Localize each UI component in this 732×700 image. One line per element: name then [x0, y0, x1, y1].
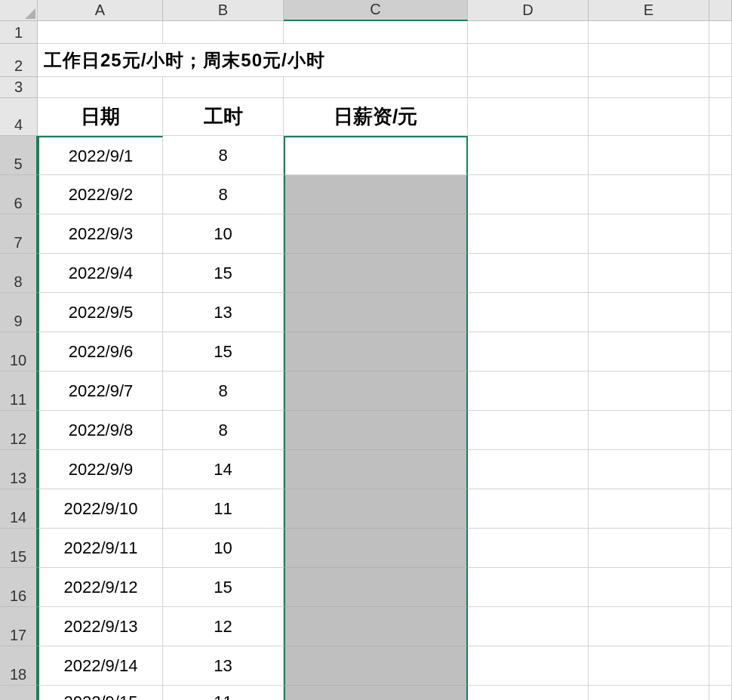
row-header-15[interactable]: 15	[0, 529, 38, 568]
cell-E3[interactable]	[589, 77, 709, 98]
row-header-18[interactable]: 18	[0, 646, 38, 686]
cell-C14[interactable]	[284, 489, 468, 529]
cell-D3[interactable]	[468, 77, 589, 98]
col-header-A[interactable]: A	[38, 0, 163, 21]
row-header-2[interactable]: 2	[0, 44, 38, 77]
row-header-10[interactable]: 10	[0, 332, 38, 372]
cell-D8[interactable]	[468, 254, 589, 293]
cell-B18[interactable]: 13	[163, 646, 284, 686]
cell-E7[interactable]	[589, 214, 709, 254]
cell-B8[interactable]: 15	[163, 254, 284, 293]
cell-D4[interactable]	[468, 98, 589, 136]
cell-A10[interactable]: 2022/9/6	[38, 332, 163, 372]
cell-D1[interactable]	[468, 21, 589, 44]
cell-E12[interactable]	[589, 411, 709, 450]
cell-D19[interactable]	[468, 686, 589, 700]
cell-A6[interactable]: 2022/9/2	[38, 175, 163, 214]
cell-B1[interactable]	[163, 21, 284, 44]
cell-E19[interactable]	[589, 686, 709, 700]
cell-B15[interactable]: 10	[163, 529, 284, 568]
cell-C10[interactable]	[284, 332, 468, 372]
cell-C4-header[interactable]: 日薪资/元	[284, 98, 468, 136]
cell-D14[interactable]	[468, 489, 589, 529]
cell-B16[interactable]: 15	[163, 568, 284, 607]
cell-D11[interactable]	[468, 372, 589, 411]
cell-A11[interactable]: 2022/9/7	[38, 372, 163, 411]
cell-C5-active[interactable]	[284, 136, 468, 175]
cell-C16[interactable]	[284, 568, 468, 607]
row-header-6[interactable]: 6	[0, 175, 38, 214]
row-header-9[interactable]: 9	[0, 293, 38, 332]
cell-E18[interactable]	[589, 646, 709, 686]
row-header-5[interactable]: 5	[0, 136, 38, 175]
row-header-8[interactable]: 8	[0, 254, 38, 293]
cell-B14[interactable]: 11	[163, 489, 284, 529]
cell-B13[interactable]: 14	[163, 450, 284, 489]
row-header-7[interactable]: 7	[0, 214, 38, 254]
cell-B9[interactable]: 13	[163, 293, 284, 332]
cell-A8[interactable]: 2022/9/4	[38, 254, 163, 293]
cell-E2[interactable]	[589, 44, 709, 77]
cell-A14[interactable]: 2022/9/10	[38, 489, 163, 529]
cell-C6[interactable]	[284, 175, 468, 214]
cell-B19[interactable]: 11	[163, 686, 284, 700]
row-header-4[interactable]: 4	[0, 98, 38, 136]
cell-C3[interactable]	[284, 77, 468, 98]
spreadsheet-grid[interactable]: A B C D E 1 2 工作日25元/小时；周末50元/小时 3 4 日期 …	[0, 0, 732, 700]
cell-E6[interactable]	[589, 175, 709, 214]
cell-D5[interactable]	[468, 136, 589, 175]
cell-A19[interactable]: 2022/9/15	[38, 686, 163, 700]
cell-A18[interactable]: 2022/9/14	[38, 646, 163, 686]
cell-A7[interactable]: 2022/9/3	[38, 214, 163, 254]
cell-E13[interactable]	[589, 450, 709, 489]
cell-C11[interactable]	[284, 372, 468, 411]
select-all-corner[interactable]	[0, 0, 38, 21]
cell-D17[interactable]	[468, 607, 589, 646]
cell-C18[interactable]	[284, 646, 468, 686]
cell-C15[interactable]	[284, 529, 468, 568]
cell-A17[interactable]: 2022/9/13	[38, 607, 163, 646]
cell-A9[interactable]: 2022/9/5	[38, 293, 163, 332]
cell-E5[interactable]	[589, 136, 709, 175]
col-header-E[interactable]: E	[589, 0, 709, 21]
cell-A16[interactable]: 2022/9/12	[38, 568, 163, 607]
row-header-19[interactable]	[0, 686, 38, 700]
cell-C7[interactable]	[284, 214, 468, 254]
row-header-1[interactable]: 1	[0, 21, 38, 44]
cell-A5[interactable]: 2022/9/1	[38, 136, 163, 175]
cell-D12[interactable]	[468, 411, 589, 450]
cell-D13[interactable]	[468, 450, 589, 489]
cell-C13[interactable]	[284, 450, 468, 489]
cell-C19[interactable]	[284, 686, 468, 700]
cell-D2[interactable]	[468, 44, 589, 77]
cell-B12[interactable]: 8	[163, 411, 284, 450]
cell-B6[interactable]: 8	[163, 175, 284, 214]
cell-E16[interactable]	[589, 568, 709, 607]
cell-C9[interactable]	[284, 293, 468, 332]
cell-E4[interactable]	[589, 98, 709, 136]
cell-B5[interactable]: 8	[163, 136, 284, 175]
cell-D9[interactable]	[468, 293, 589, 332]
col-header-B[interactable]: B	[163, 0, 284, 21]
cell-A4-header[interactable]: 日期	[38, 98, 163, 136]
cell-E14[interactable]	[589, 489, 709, 529]
cell-B17[interactable]: 12	[163, 607, 284, 646]
cell-C12[interactable]	[284, 411, 468, 450]
cell-D18[interactable]	[468, 646, 589, 686]
row-header-16[interactable]: 16	[0, 568, 38, 607]
cell-B11[interactable]: 8	[163, 372, 284, 411]
cell-A1[interactable]	[38, 21, 163, 44]
cell-A12[interactable]: 2022/9/8	[38, 411, 163, 450]
cell-A15[interactable]: 2022/9/11	[38, 529, 163, 568]
cell-C8[interactable]	[284, 254, 468, 293]
cell-D10[interactable]	[468, 332, 589, 372]
cell-D16[interactable]	[468, 568, 589, 607]
cell-D15[interactable]	[468, 529, 589, 568]
row-header-17[interactable]: 17	[0, 607, 38, 646]
row-header-3[interactable]: 3	[0, 77, 38, 98]
cell-E8[interactable]	[589, 254, 709, 293]
cell-C1[interactable]	[284, 21, 468, 44]
cell-E15[interactable]	[589, 529, 709, 568]
cell-A3[interactable]	[38, 77, 163, 98]
col-header-C[interactable]: C	[284, 0, 468, 21]
